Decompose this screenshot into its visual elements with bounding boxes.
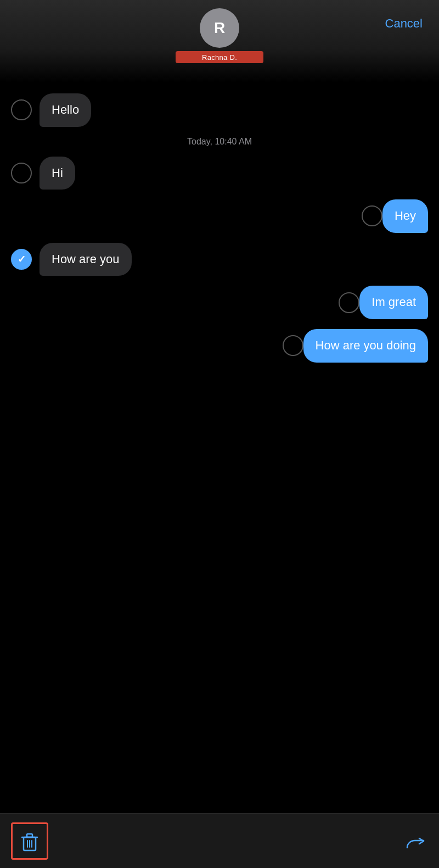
message-row: Hi	[0, 157, 439, 190]
message-row: Hey	[0, 199, 439, 233]
select-circle-5[interactable]	[339, 292, 359, 313]
contact-name-bar: Rachna D.	[176, 51, 263, 63]
select-circle-2[interactable]	[11, 163, 32, 183]
bubble-2[interactable]: Hi	[40, 157, 75, 190]
share-icon[interactable]	[403, 828, 428, 854]
timestamp: Today, 10:40 AM	[0, 137, 439, 147]
select-circle-1[interactable]	[11, 99, 32, 120]
svg-rect-2	[27, 834, 32, 837]
avatar: R	[200, 8, 239, 48]
bubble-6[interactable]: How are you doing	[303, 329, 428, 363]
select-circle-6[interactable]	[283, 335, 303, 356]
trash-icon	[17, 828, 42, 854]
select-circle-4[interactable]: ✓	[11, 249, 32, 270]
checkmark-icon: ✓	[18, 254, 26, 264]
bubble-1[interactable]: Hello	[40, 93, 91, 127]
bubble-5[interactable]: Im great	[359, 286, 428, 319]
messages-area: Hello Today, 10:40 AM Hi Hey ✓ How are y…	[0, 82, 439, 813]
message-row: Im great	[0, 286, 439, 319]
message-row: Hello	[0, 93, 439, 127]
delete-button[interactable]	[11, 822, 48, 860]
avatar-wrap: R Rachna D.	[176, 8, 263, 63]
bubble-3[interactable]: Hey	[382, 199, 428, 233]
select-circle-3[interactable]	[362, 205, 382, 226]
message-row: ✓ How are you	[0, 243, 439, 276]
cancel-button[interactable]: Cancel	[385, 16, 423, 31]
bottom-toolbar	[0, 813, 439, 868]
message-row: How are you doing	[0, 329, 439, 363]
bubble-4[interactable]: How are you	[40, 243, 132, 276]
header: R Rachna D. Cancel	[0, 0, 439, 82]
